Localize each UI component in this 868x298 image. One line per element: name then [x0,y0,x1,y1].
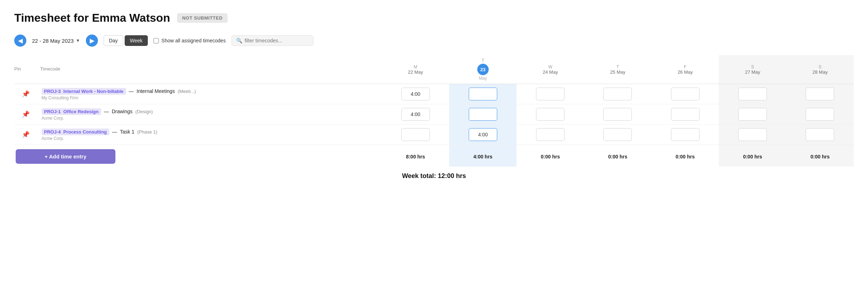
time-input[interactable] [671,128,700,141]
date-range-text: 22 - 28 May 2023 [32,38,74,44]
day-header-26-May: F 26 May [651,55,719,84]
pin-cell[interactable]: 📌 [14,104,37,125]
timecode-separator: — [129,88,134,94]
time-cell-22-May [382,104,449,125]
time-cell-25-May [584,84,651,104]
timecode-separator: — [112,129,117,135]
filter-container: 🔍 [232,35,313,46]
pin-icon[interactable]: 📌 [16,90,36,98]
search-icon: 🔍 [236,38,242,43]
time-input[interactable] [603,88,632,100]
date-range-selector[interactable]: 22 - 28 May 2023 ▼ [32,38,80,44]
time-input[interactable] [738,108,767,121]
time-input[interactable] [469,88,497,100]
time-cell-22-May [382,84,449,104]
day-letter: W [518,64,582,69]
pin-icon[interactable]: 📌 [16,110,36,118]
add-entry-cell: + Add time entry [14,145,382,167]
timecode-info: PROJ-1 Office Redesign — Drawings (Desig… [39,108,380,121]
time-input[interactable] [671,108,700,121]
timecode-separator: — [104,109,109,114]
day-header-27-May: S 27 May [719,55,786,84]
totals-row: + Add time entry8:00 hrs4:00 hrs0:00 hrs… [14,145,854,167]
timecode-task: Task 1 [120,129,134,135]
filter-input[interactable] [245,38,309,43]
time-input[interactable] [469,108,497,121]
day-date: 28 May [788,69,852,75]
day-date: 27 May [720,69,785,75]
timecode-column-header: Timecode [37,55,382,84]
timecode-cell: PROJ-1 Office Redesign — Drawings (Desig… [37,104,382,125]
timecode-info: PROJ-4 Process Consulting — Task 1 (Phas… [39,129,380,141]
total-cell-27-May: 0:00 hrs [719,145,786,167]
time-cell-22-May [382,125,449,145]
day-header-24-May: W 24 May [516,55,584,84]
time-cell-28-May [786,104,854,125]
time-input[interactable] [806,88,834,100]
show-all-label-text: Show all assigned timecodes [161,38,226,43]
time-cell-24-May [516,84,584,104]
timecode-client: Acme Corp. [42,136,380,141]
timecode-type: (Phase 1) [137,129,157,135]
time-input[interactable] [401,108,430,121]
day-view-button[interactable]: Day [104,35,123,46]
day-letter: M [383,64,448,69]
time-input[interactable] [401,128,430,141]
time-cell-25-May [584,104,651,125]
time-cell-28-May [786,125,854,145]
total-cell-23-May: 4:00 hrs [449,145,516,167]
time-cell-28-May [786,84,854,104]
chevron-down-icon: ▼ [76,38,80,43]
time-input[interactable] [536,88,565,100]
time-input[interactable] [536,128,565,141]
timecode-type: (Meeti...) [178,89,196,94]
time-cell-27-May [719,104,786,125]
time-cell-27-May [719,84,786,104]
today-circle: 23 [477,64,489,75]
time-input[interactable] [806,128,834,141]
pin-cell[interactable]: 📌 [14,125,37,145]
time-input[interactable] [603,108,632,121]
total-cell-26-May: 0:00 hrs [651,145,719,167]
timecode-main: PROJ-3 Internal Work - Non-billable — In… [42,88,380,95]
time-cell-23-May [449,84,516,104]
time-input[interactable] [738,88,767,100]
day-date: 25 May [586,69,650,75]
time-input[interactable] [536,108,565,121]
time-input[interactable] [603,128,632,141]
time-cell-23-May [449,104,516,125]
show-all-timecodes-label[interactable]: Show all assigned timecodes [154,38,226,43]
timecode-client: My Consulting Firm [42,95,380,100]
time-input[interactable] [469,128,497,141]
time-cell-25-May [584,125,651,145]
day-date: 24 May [518,69,582,75]
time-cell-26-May [651,125,719,145]
table-row: 📌 PROJ-1 Office Redesign — Drawings (Des… [14,104,854,125]
timecode-task: Internal Meetings [137,88,175,94]
week-total: Week total: 12:00 hrs [14,167,854,183]
timecode-info: PROJ-3 Internal Work - Non-billable — In… [39,88,380,100]
proj-badge: PROJ-1 Office Redesign [42,108,101,115]
total-cell-22-May: 8:00 hrs [382,145,449,167]
add-time-entry-button[interactable]: + Add time entry [16,149,115,164]
time-cell-26-May [651,104,719,125]
time-input[interactable] [671,88,700,100]
view-toggle: Day Week [104,35,148,46]
pin-icon[interactable]: 📌 [16,131,36,138]
day-header-25-May: T 25 May [584,55,651,84]
time-input[interactable] [738,128,767,141]
time-input[interactable] [401,88,430,100]
day-letter: S [720,64,785,69]
day-header-22-May: M 22 May [382,55,449,84]
prev-week-button[interactable]: ◀ [14,35,26,47]
next-week-button[interactable]: ▶ [86,35,98,47]
day-letter: T [586,64,650,69]
day-header-28-May: S 28 May [786,55,854,84]
time-input[interactable] [806,108,834,121]
week-view-button[interactable]: Week [125,35,148,46]
show-all-timecodes-checkbox[interactable] [154,38,159,43]
pin-cell[interactable]: 📌 [14,84,37,104]
total-cell-24-May: 0:00 hrs [516,145,584,167]
pin-column-header: Pin [14,55,37,84]
total-cell-28-May: 0:00 hrs [786,145,854,167]
